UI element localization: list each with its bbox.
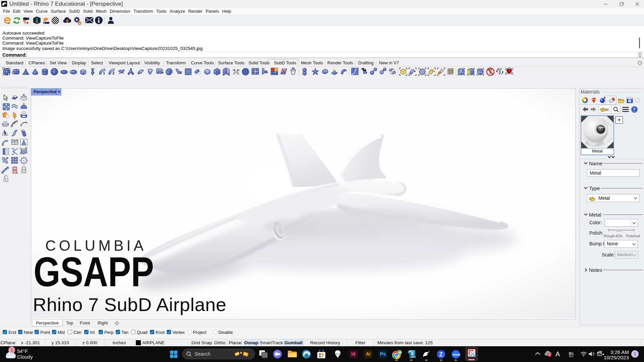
svg-text:?: ? <box>629 100 631 103</box>
svg-text:Z: Z <box>439 351 443 358</box>
svg-text:?: ? <box>633 107 636 112</box>
svg-text:7: 7 <box>428 350 430 354</box>
svg-text:2: 2 <box>112 71 114 75</box>
svg-text:MAX: MAX <box>411 356 416 358</box>
svg-text:M: M <box>398 351 401 355</box>
svg-text:M...: M... <box>605 108 610 112</box>
svg-text:1: 1 <box>103 71 105 75</box>
svg-text:zoom: zoom <box>453 353 461 356</box>
